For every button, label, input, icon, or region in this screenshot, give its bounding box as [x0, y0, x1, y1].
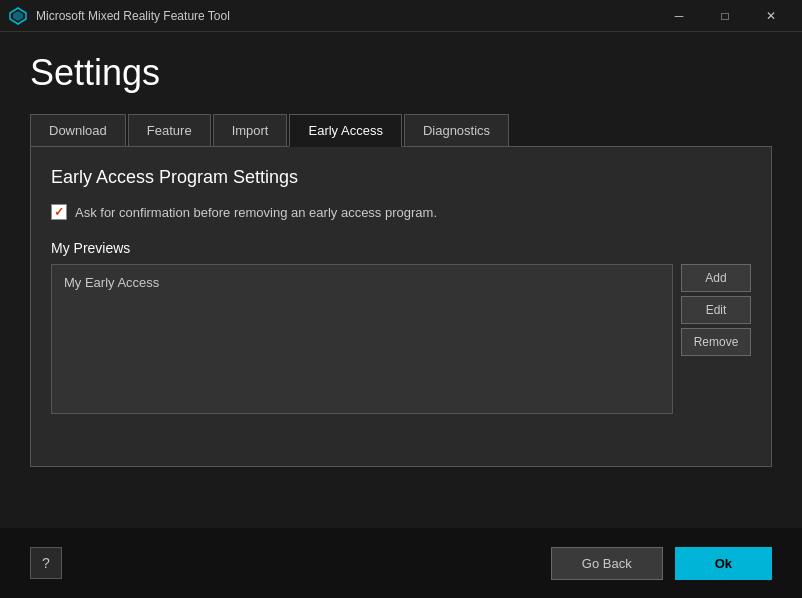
- svg-marker-1: [13, 11, 23, 21]
- checkbox-row: Ask for confirmation before removing an …: [51, 204, 751, 220]
- go-back-button[interactable]: Go Back: [551, 547, 663, 580]
- section-title: Early Access Program Settings: [51, 167, 751, 188]
- ok-button[interactable]: Ok: [675, 547, 772, 580]
- remove-button[interactable]: Remove: [681, 328, 751, 356]
- main-content: Settings Download Feature Import Early A…: [0, 32, 802, 467]
- tab-feature[interactable]: Feature: [128, 114, 211, 146]
- early-access-panel: Early Access Program Settings Ask for co…: [30, 147, 772, 467]
- tab-import[interactable]: Import: [213, 114, 288, 146]
- close-button[interactable]: ✕: [748, 0, 794, 32]
- window-controls: ─ □ ✕: [656, 0, 794, 32]
- minimize-button[interactable]: ─: [656, 0, 702, 32]
- tab-download[interactable]: Download: [30, 114, 126, 146]
- scroll-track: [794, 32, 802, 528]
- checkbox-label: Ask for confirmation before removing an …: [75, 205, 437, 220]
- edit-button[interactable]: Edit: [681, 296, 751, 324]
- confirmation-checkbox[interactable]: [51, 204, 67, 220]
- maximize-button[interactable]: □: [702, 0, 748, 32]
- add-button[interactable]: Add: [681, 264, 751, 292]
- title-bar: Microsoft Mixed Reality Feature Tool ─ □…: [0, 0, 802, 32]
- tabs-container: Download Feature Import Early Access Dia…: [30, 114, 772, 147]
- previews-area: My Early Access Add Edit Remove: [51, 264, 751, 414]
- window-title: Microsoft Mixed Reality Feature Tool: [36, 9, 656, 23]
- previews-buttons: Add Edit Remove: [681, 264, 751, 414]
- tab-early-access[interactable]: Early Access: [289, 114, 401, 147]
- bottom-right-buttons: Go Back Ok: [551, 547, 772, 580]
- page-title: Settings: [30, 52, 772, 94]
- help-button[interactable]: ?: [30, 547, 62, 579]
- list-item[interactable]: My Early Access: [60, 271, 664, 294]
- previews-list: My Early Access: [51, 264, 673, 414]
- tab-diagnostics[interactable]: Diagnostics: [404, 114, 509, 146]
- previews-label: My Previews: [51, 240, 751, 256]
- app-icon: [8, 6, 28, 26]
- bottom-bar: ? Go Back Ok: [0, 528, 802, 598]
